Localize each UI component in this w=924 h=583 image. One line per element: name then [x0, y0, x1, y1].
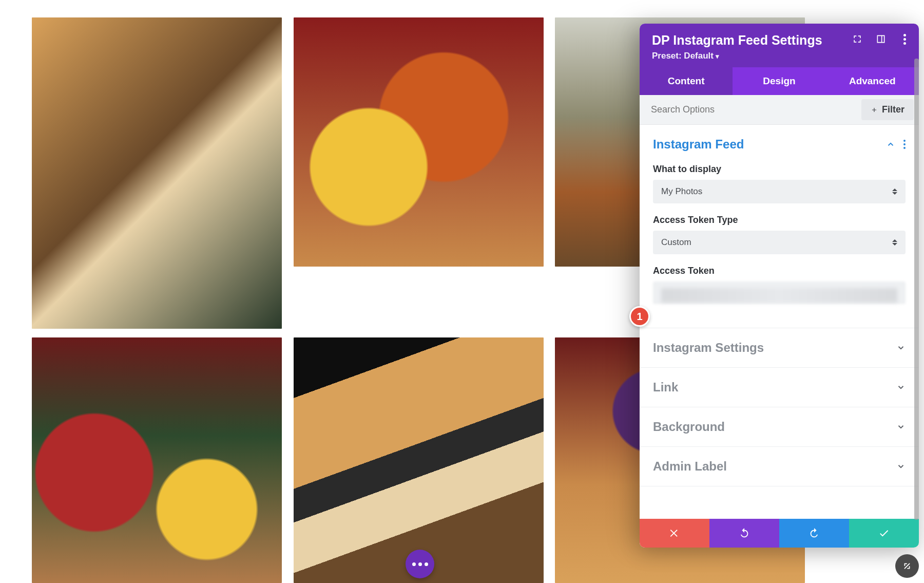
select-caret-icon: [892, 189, 897, 195]
redo-button[interactable]: [779, 519, 849, 548]
feed-photo-2[interactable]: [294, 17, 544, 267]
section-menu-icon[interactable]: [903, 140, 906, 149]
search-input[interactable]: [640, 95, 861, 124]
select-token-type[interactable]: Custom: [653, 231, 906, 254]
annotation-badge-1: 1: [629, 306, 650, 327]
feed-photo-5[interactable]: [294, 337, 544, 583]
chevron-down-icon: [896, 422, 906, 431]
expand-icon[interactable]: [852, 34, 862, 44]
preset-dropdown[interactable]: Preset: Default: [652, 51, 907, 61]
section-background: Background: [640, 407, 919, 447]
panel-body: Instagram Feed What to display My Photos…: [640, 125, 919, 519]
snap-panel-icon[interactable]: [876, 34, 886, 44]
confirm-button[interactable]: [849, 519, 919, 548]
search-bar: Filter: [640, 95, 919, 125]
scrollbar[interactable]: [914, 59, 919, 520]
section-background-head[interactable]: Background: [640, 407, 919, 446]
undo-button[interactable]: [709, 519, 779, 548]
section-background-title: Background: [653, 420, 725, 434]
select-what-to-display[interactable]: My Photos: [653, 180, 906, 203]
chevron-up-icon: [886, 140, 895, 149]
label-token-type: Access Token Type: [653, 215, 906, 225]
select-caret-icon: [892, 239, 897, 246]
section-instagram-feed-title: Instagram Feed: [653, 137, 744, 152]
settings-panel: DP Instagram Feed Settings Preset: Defau…: [640, 24, 919, 548]
chevron-down-icon: [896, 343, 906, 352]
resize-handle[interactable]: [895, 554, 919, 578]
kebab-menu-icon[interactable]: [899, 34, 910, 44]
section-admin-label-head[interactable]: Admin Label: [640, 447, 919, 486]
section-link-title: Link: [653, 380, 678, 394]
select-token-type-value: Custom: [661, 237, 691, 248]
tabs: Content Design Advanced: [640, 67, 919, 95]
cancel-button[interactable]: [640, 519, 709, 548]
section-instagram-settings-head[interactable]: Instagram Settings: [640, 328, 919, 367]
panel-header: DP Instagram Feed Settings Preset: Defau…: [640, 24, 919, 67]
tab-design[interactable]: Design: [733, 67, 825, 95]
section-instagram-settings: Instagram Settings: [640, 328, 919, 368]
section-instagram-settings-title: Instagram Settings: [653, 341, 764, 355]
section-link-head[interactable]: Link: [640, 368, 919, 407]
section-link: Link: [640, 368, 919, 407]
field-token-type: Access Token Type Custom: [653, 215, 906, 254]
chevron-down-icon: [896, 462, 906, 471]
feed-photo-1[interactable]: [32, 17, 282, 329]
label-what-to-display: What to display: [653, 164, 906, 175]
select-what-to-display-value: My Photos: [661, 186, 702, 197]
field-what-to-display: What to display My Photos: [653, 164, 906, 203]
feed-photo-4[interactable]: [32, 337, 282, 583]
label-access-token: Access Token: [653, 266, 906, 276]
field-access-token: Access Token: [653, 266, 906, 304]
section-admin-label-title: Admin Label: [653, 459, 727, 474]
section-admin-label: Admin Label: [640, 447, 919, 486]
input-access-token[interactable]: [653, 281, 906, 304]
tab-content[interactable]: Content: [640, 67, 733, 95]
module-actions-fab[interactable]: [406, 550, 434, 578]
chevron-down-icon: [896, 383, 906, 392]
tab-advanced[interactable]: Advanced: [826, 67, 919, 95]
section-instagram-feed-head[interactable]: Instagram Feed: [640, 125, 919, 164]
filter-button[interactable]: Filter: [861, 99, 914, 120]
filter-label: Filter: [882, 104, 904, 115]
panel-footer: [640, 519, 919, 548]
section-instagram-feed: Instagram Feed What to display My Photos…: [640, 125, 919, 328]
